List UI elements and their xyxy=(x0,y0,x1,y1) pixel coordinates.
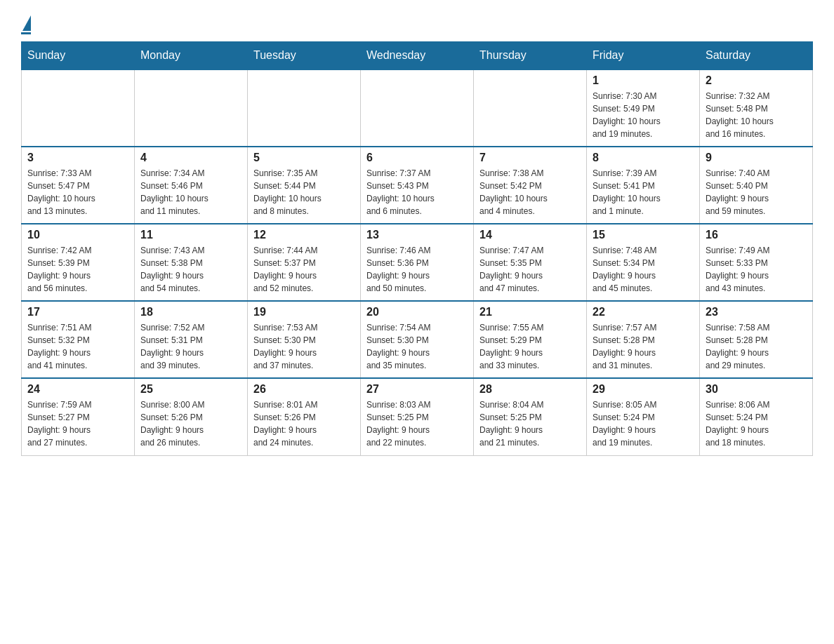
day-info: Sunrise: 8:04 AM Sunset: 5:25 PM Dayligh… xyxy=(479,398,581,449)
calendar-cell: 18Sunrise: 7:52 AM Sunset: 5:31 PM Dayli… xyxy=(135,301,248,378)
day-info: Sunrise: 7:35 AM Sunset: 5:44 PM Dayligh… xyxy=(253,167,355,217)
calendar-cell: 24Sunrise: 7:59 AM Sunset: 5:27 PM Dayli… xyxy=(22,378,135,455)
calendar-cell xyxy=(248,69,361,147)
day-info: Sunrise: 8:06 AM Sunset: 5:24 PM Dayligh… xyxy=(706,398,807,449)
calendar-cell: 1Sunrise: 7:30 AM Sunset: 5:49 PM Daylig… xyxy=(587,69,700,147)
calendar-cell: 26Sunrise: 8:01 AM Sunset: 5:26 PM Dayli… xyxy=(248,378,361,455)
day-of-week-header: Sunday xyxy=(22,42,135,70)
day-number: 9 xyxy=(706,152,807,164)
day-info: Sunrise: 8:01 AM Sunset: 5:26 PM Dayligh… xyxy=(253,398,355,449)
calendar-week-row: 1Sunrise: 7:30 AM Sunset: 5:49 PM Daylig… xyxy=(22,69,813,147)
calendar-cell: 5Sunrise: 7:35 AM Sunset: 5:44 PM Daylig… xyxy=(248,147,361,224)
calendar-table: SundayMondayTuesdayWednesdayThursdayFrid… xyxy=(21,41,813,456)
day-number: 22 xyxy=(593,306,694,318)
day-info: Sunrise: 7:51 AM Sunset: 5:32 PM Dayligh… xyxy=(27,321,128,372)
calendar-cell: 3Sunrise: 7:33 AM Sunset: 5:47 PM Daylig… xyxy=(22,147,135,224)
day-info: Sunrise: 7:32 AM Sunset: 5:48 PM Dayligh… xyxy=(706,90,807,140)
calendar-week-row: 24Sunrise: 7:59 AM Sunset: 5:27 PM Dayli… xyxy=(22,378,813,455)
day-info: Sunrise: 8:05 AM Sunset: 5:24 PM Dayligh… xyxy=(593,398,694,449)
calendar-week-row: 17Sunrise: 7:51 AM Sunset: 5:32 PM Dayli… xyxy=(22,301,813,378)
calendar-cell: 22Sunrise: 7:57 AM Sunset: 5:28 PM Dayli… xyxy=(587,301,700,378)
day-info: Sunrise: 7:46 AM Sunset: 5:36 PM Dayligh… xyxy=(366,244,468,295)
day-number: 17 xyxy=(27,306,128,318)
day-info: Sunrise: 7:58 AM Sunset: 5:28 PM Dayligh… xyxy=(706,321,807,372)
calendar-cell: 9Sunrise: 7:40 AM Sunset: 5:40 PM Daylig… xyxy=(700,147,813,224)
calendar-cell: 28Sunrise: 8:04 AM Sunset: 5:25 PM Dayli… xyxy=(474,378,587,455)
day-info: Sunrise: 7:49 AM Sunset: 5:33 PM Dayligh… xyxy=(706,244,807,295)
day-info: Sunrise: 7:34 AM Sunset: 5:46 PM Dayligh… xyxy=(140,167,241,217)
day-number: 8 xyxy=(593,152,694,164)
day-number: 24 xyxy=(27,383,128,396)
page-header xyxy=(21,14,813,34)
day-info: Sunrise: 7:54 AM Sunset: 5:30 PM Dayligh… xyxy=(366,321,468,372)
calendar-cell: 7Sunrise: 7:38 AM Sunset: 5:42 PM Daylig… xyxy=(474,147,587,224)
logo xyxy=(21,14,31,34)
calendar-cell: 14Sunrise: 7:47 AM Sunset: 5:35 PM Dayli… xyxy=(474,224,587,301)
day-info: Sunrise: 7:47 AM Sunset: 5:35 PM Dayligh… xyxy=(479,244,581,295)
day-number: 18 xyxy=(140,306,241,318)
logo-triangle-icon xyxy=(22,15,31,31)
calendar-cell: 19Sunrise: 7:53 AM Sunset: 5:30 PM Dayli… xyxy=(248,301,361,378)
day-number: 23 xyxy=(706,306,807,318)
calendar-cell: 12Sunrise: 7:44 AM Sunset: 5:37 PM Dayli… xyxy=(248,224,361,301)
day-number: 25 xyxy=(140,383,241,396)
calendar-cell: 27Sunrise: 8:03 AM Sunset: 5:25 PM Dayli… xyxy=(361,378,474,455)
calendar-cell: 10Sunrise: 7:42 AM Sunset: 5:39 PM Dayli… xyxy=(22,224,135,301)
calendar-cell: 21Sunrise: 7:55 AM Sunset: 5:29 PM Dayli… xyxy=(474,301,587,378)
day-number: 2 xyxy=(706,74,807,87)
day-number: 26 xyxy=(253,383,355,396)
calendar-cell: 11Sunrise: 7:43 AM Sunset: 5:38 PM Dayli… xyxy=(135,224,248,301)
day-info: Sunrise: 7:42 AM Sunset: 5:39 PM Dayligh… xyxy=(27,244,128,295)
day-number: 20 xyxy=(366,306,468,318)
calendar-cell: 25Sunrise: 8:00 AM Sunset: 5:26 PM Dayli… xyxy=(135,378,248,455)
day-number: 10 xyxy=(27,229,128,241)
day-info: Sunrise: 8:00 AM Sunset: 5:26 PM Dayligh… xyxy=(140,398,241,449)
calendar-cell: 30Sunrise: 8:06 AM Sunset: 5:24 PM Dayli… xyxy=(700,378,813,455)
day-info: Sunrise: 7:52 AM Sunset: 5:31 PM Dayligh… xyxy=(140,321,241,372)
day-info: Sunrise: 7:53 AM Sunset: 5:30 PM Dayligh… xyxy=(253,321,355,372)
day-number: 6 xyxy=(366,152,468,164)
day-number: 29 xyxy=(593,383,694,396)
day-number: 28 xyxy=(479,383,581,396)
day-info: Sunrise: 7:38 AM Sunset: 5:42 PM Dayligh… xyxy=(479,167,581,217)
day-number: 30 xyxy=(706,383,807,396)
day-info: Sunrise: 7:59 AM Sunset: 5:27 PM Dayligh… xyxy=(27,398,128,449)
day-of-week-header: Thursday xyxy=(474,42,587,70)
calendar-cell: 6Sunrise: 7:37 AM Sunset: 5:43 PM Daylig… xyxy=(361,147,474,224)
day-info: Sunrise: 7:40 AM Sunset: 5:40 PM Dayligh… xyxy=(706,167,807,217)
calendar-cell xyxy=(135,69,248,147)
day-of-week-header: Saturday xyxy=(700,42,813,70)
day-info: Sunrise: 7:48 AM Sunset: 5:34 PM Dayligh… xyxy=(593,244,694,295)
day-number: 16 xyxy=(706,229,807,241)
day-info: Sunrise: 7:37 AM Sunset: 5:43 PM Dayligh… xyxy=(366,167,468,217)
day-number: 19 xyxy=(253,306,355,318)
day-number: 15 xyxy=(593,229,694,241)
calendar-cell: 29Sunrise: 8:05 AM Sunset: 5:24 PM Dayli… xyxy=(587,378,700,455)
day-info: Sunrise: 7:55 AM Sunset: 5:29 PM Dayligh… xyxy=(479,321,581,372)
calendar-cell: 17Sunrise: 7:51 AM Sunset: 5:32 PM Dayli… xyxy=(22,301,135,378)
calendar-cell: 2Sunrise: 7:32 AM Sunset: 5:48 PM Daylig… xyxy=(700,69,813,147)
day-number: 7 xyxy=(479,152,581,164)
day-info: Sunrise: 7:39 AM Sunset: 5:41 PM Dayligh… xyxy=(593,167,694,217)
day-number: 5 xyxy=(253,152,355,164)
calendar-cell: 20Sunrise: 7:54 AM Sunset: 5:30 PM Dayli… xyxy=(361,301,474,378)
day-info: Sunrise: 7:33 AM Sunset: 5:47 PM Dayligh… xyxy=(27,167,128,217)
day-number: 13 xyxy=(366,229,468,241)
calendar-cell: 16Sunrise: 7:49 AM Sunset: 5:33 PM Dayli… xyxy=(700,224,813,301)
calendar-week-row: 10Sunrise: 7:42 AM Sunset: 5:39 PM Dayli… xyxy=(22,224,813,301)
days-header-row: SundayMondayTuesdayWednesdayThursdayFrid… xyxy=(22,42,813,70)
day-info: Sunrise: 7:44 AM Sunset: 5:37 PM Dayligh… xyxy=(253,244,355,295)
day-info: Sunrise: 7:43 AM Sunset: 5:38 PM Dayligh… xyxy=(140,244,241,295)
calendar-cell: 8Sunrise: 7:39 AM Sunset: 5:41 PM Daylig… xyxy=(587,147,700,224)
day-info: Sunrise: 8:03 AM Sunset: 5:25 PM Dayligh… xyxy=(366,398,468,449)
day-info: Sunrise: 7:30 AM Sunset: 5:49 PM Dayligh… xyxy=(593,90,694,140)
day-of-week-header: Friday xyxy=(587,42,700,70)
calendar-cell: 15Sunrise: 7:48 AM Sunset: 5:34 PM Dayli… xyxy=(587,224,700,301)
day-number: 27 xyxy=(366,383,468,396)
day-of-week-header: Wednesday xyxy=(361,42,474,70)
day-number: 3 xyxy=(27,152,128,164)
calendar-week-row: 3Sunrise: 7:33 AM Sunset: 5:47 PM Daylig… xyxy=(22,147,813,224)
calendar-cell: 13Sunrise: 7:46 AM Sunset: 5:36 PM Dayli… xyxy=(361,224,474,301)
logo-underline xyxy=(21,32,31,34)
calendar-cell: 23Sunrise: 7:58 AM Sunset: 5:28 PM Dayli… xyxy=(700,301,813,378)
